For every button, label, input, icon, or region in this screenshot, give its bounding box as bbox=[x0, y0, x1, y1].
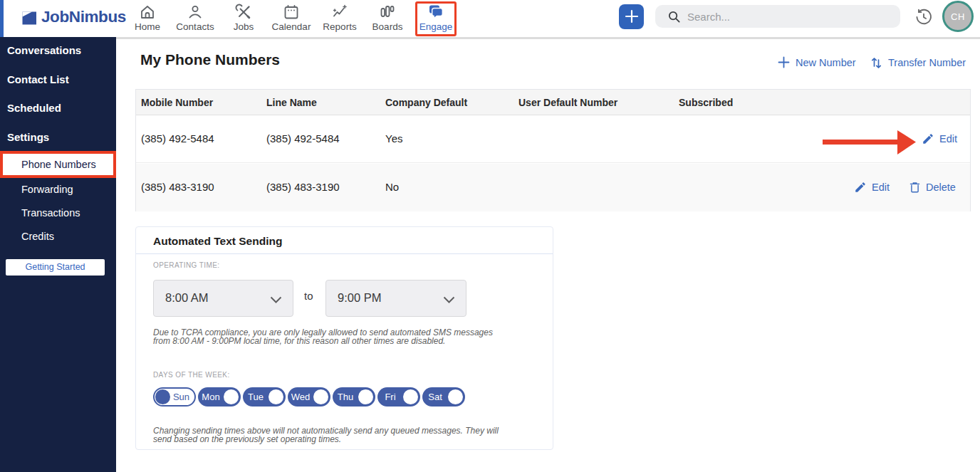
to-label: to bbox=[304, 290, 313, 302]
toggle-knob bbox=[269, 389, 283, 404]
col-header-mobile-number: Mobile Number bbox=[141, 97, 213, 108]
nav-label-contacts: Contacts bbox=[170, 21, 220, 32]
cell-line-name: (385) 492-5484 bbox=[266, 132, 340, 145]
nav-label-reports: Reports bbox=[315, 21, 365, 32]
sidebar-item-phone-numbers[interactable]: Phone Numbers bbox=[21, 159, 96, 170]
history-icon bbox=[914, 8, 933, 26]
nav-item-reports[interactable]: Reports bbox=[315, 4, 365, 33]
jobnimbus-logo-icon bbox=[20, 8, 38, 26]
delete-button[interactable]: Delete bbox=[909, 181, 956, 194]
toggle-knob bbox=[155, 389, 170, 404]
transfer-number-button[interactable]: Transfer Number bbox=[870, 56, 966, 68]
table-row: (385) 483-3190 (385) 483-3190 No Edit De… bbox=[136, 164, 970, 211]
jobs-icon bbox=[235, 4, 252, 21]
jobnimbus-logo[interactable]: JobNimbus bbox=[20, 8, 126, 26]
automated-text-sending-card: Automated Text Sending OPERATING TIME: 8… bbox=[135, 226, 553, 450]
plus-icon bbox=[778, 56, 790, 68]
cell-company-default: Yes bbox=[385, 132, 402, 145]
cell-mobile-number: (385) 492-5484 bbox=[141, 132, 214, 145]
day-label: Mon bbox=[199, 392, 223, 402]
sidebar: Conversations Contact List Scheduled Set… bbox=[0, 37, 116, 472]
red-arrow-annotation bbox=[821, 129, 918, 156]
nav-item-boards[interactable]: Boards bbox=[363, 4, 412, 33]
history-button[interactable] bbox=[914, 8, 933, 26]
plus-icon bbox=[623, 8, 640, 25]
sidebar-item-credits[interactable]: Credits bbox=[21, 231, 54, 242]
new-number-label: New Number bbox=[796, 57, 856, 68]
toggle-knob bbox=[448, 389, 463, 404]
sidebar-item-forwarding[interactable]: Forwarding bbox=[21, 184, 73, 195]
day-toggle-thu[interactable]: Thu bbox=[333, 387, 375, 407]
edit-button[interactable]: Edit bbox=[854, 181, 890, 194]
home-icon bbox=[139, 4, 156, 21]
day-label: Wed bbox=[288, 392, 313, 402]
day-label: Fri bbox=[378, 392, 402, 402]
chevron-down-icon bbox=[443, 296, 455, 303]
edit-button[interactable]: Edit bbox=[922, 132, 957, 145]
tcpa-compliance-note: Due to TCPA compliance, you are only leg… bbox=[153, 328, 495, 346]
end-time-value: 9:00 PM bbox=[338, 291, 381, 305]
day-label: Sun bbox=[170, 392, 193, 402]
card-divider bbox=[136, 253, 553, 254]
nav-label-home: Home bbox=[123, 21, 172, 32]
add-button[interactable] bbox=[619, 4, 644, 29]
days-of-week-toggles: Sun Mon Tue Wed Thu Fri Sat bbox=[153, 387, 467, 407]
operating-time-label: OPERATING TIME: bbox=[153, 261, 219, 269]
nav-label-calendar: Calendar bbox=[266, 21, 316, 32]
boards-icon bbox=[379, 4, 396, 21]
sidebar-item-conversations[interactable]: Conversations bbox=[7, 44, 81, 56]
sidebar-item-transactions[interactable]: Transactions bbox=[21, 207, 80, 219]
edit-label: Edit bbox=[939, 133, 957, 145]
day-toggle-wed[interactable]: Wed bbox=[288, 387, 330, 407]
contacts-icon bbox=[187, 4, 204, 21]
table-header-row: Mobile Number Line Name Company Default … bbox=[136, 90, 970, 115]
search-placeholder: Search... bbox=[687, 11, 730, 23]
edit-pencil-icon bbox=[854, 181, 867, 194]
toggle-knob bbox=[358, 389, 373, 404]
calendar-icon bbox=[283, 4, 300, 21]
card-title: Automated Text Sending bbox=[153, 235, 282, 248]
cell-mobile-number: (385) 483-3190 bbox=[141, 181, 214, 193]
reports-icon bbox=[331, 4, 348, 21]
nav-label-jobs: Jobs bbox=[219, 21, 269, 32]
delete-label: Delete bbox=[926, 182, 956, 193]
day-toggle-fri[interactable]: Fri bbox=[377, 387, 420, 407]
col-header-user-default-number: User Default Number bbox=[518, 97, 617, 108]
cell-line-name: (385) 483-3190 bbox=[266, 181, 340, 193]
nav-item-calendar[interactable]: Calendar bbox=[266, 4, 316, 33]
sidebar-item-phone-numbers-highlight: Phone Numbers bbox=[0, 151, 116, 178]
nav-item-jobs[interactable]: Jobs bbox=[219, 4, 269, 33]
day-toggle-tue[interactable]: Tue bbox=[243, 387, 286, 407]
search-icon bbox=[667, 10, 681, 23]
day-toggle-sun[interactable]: Sun bbox=[153, 387, 196, 407]
start-time-value: 8:00 AM bbox=[165, 291, 209, 305]
new-number-button[interactable]: New Number bbox=[778, 56, 856, 68]
delete-trash-icon bbox=[909, 181, 921, 194]
day-toggle-sat[interactable]: Sat bbox=[422, 387, 465, 407]
nav-item-contacts[interactable]: Contacts bbox=[170, 4, 220, 33]
top-nav: JobNimbus Home Contacts Jobs bbox=[0, 0, 980, 39]
col-header-subscribed: Subscribed bbox=[679, 97, 733, 108]
nav-item-home[interactable]: Home bbox=[123, 4, 172, 33]
chevron-down-icon bbox=[270, 296, 282, 303]
left-accent-strip bbox=[0, 0, 4, 37]
sidebar-item-settings[interactable]: Settings bbox=[7, 131, 49, 143]
end-time-select[interactable]: 9:00 PM bbox=[325, 280, 466, 317]
user-avatar[interactable]: CH bbox=[942, 1, 974, 32]
search-input[interactable]: Search... bbox=[655, 5, 900, 28]
col-header-line-name: Line Name bbox=[266, 97, 317, 108]
edit-label: Edit bbox=[872, 182, 890, 193]
edit-pencil-icon bbox=[922, 132, 934, 145]
toggle-knob bbox=[313, 389, 328, 404]
day-label: Thu bbox=[333, 392, 358, 402]
col-header-company-default: Company Default bbox=[385, 97, 467, 108]
page-title: My Phone Numbers bbox=[140, 51, 280, 68]
sidebar-item-contact-list[interactable]: Contact List bbox=[7, 73, 69, 85]
sidebar-item-scheduled[interactable]: Scheduled bbox=[7, 102, 61, 114]
getting-started-button[interactable]: Getting Started bbox=[6, 259, 105, 276]
nav-label-boards: Boards bbox=[363, 21, 412, 32]
transfer-arrows-icon bbox=[870, 56, 882, 68]
start-time-select[interactable]: 8:00 AM bbox=[153, 280, 293, 317]
day-toggle-mon[interactable]: Mon bbox=[198, 387, 241, 407]
engage-highlight-annotation bbox=[415, 1, 457, 36]
